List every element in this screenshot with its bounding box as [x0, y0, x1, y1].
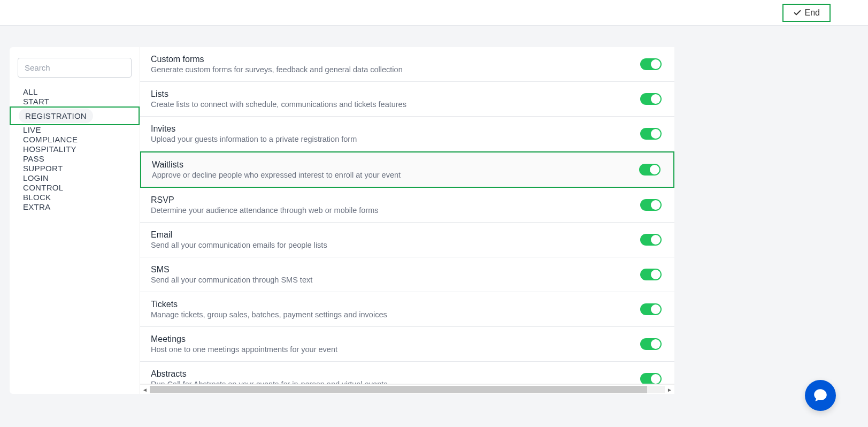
feature-text: MeetingsHost one to one meetings appoint… [151, 334, 640, 354]
feature-title: Custom forms [151, 55, 640, 64]
chat-launcher-button[interactable] [805, 380, 836, 411]
feature-text: EmailSend all your communication emails … [151, 230, 640, 249]
feature-title: Lists [151, 89, 640, 99]
feature-row-invites: InvitesUpload your guests information to… [140, 117, 674, 151]
sidebar-item-start[interactable]: START [18, 97, 132, 106]
sidebar: ALLSTARTREGISTRATIONLIVECOMPLIANCEHOSPIT… [10, 47, 140, 394]
search-input[interactable] [18, 58, 132, 78]
feature-description: Approve or decline people who expressed … [152, 171, 639, 179]
feature-row-meetings: MeetingsHost one to one meetings appoint… [140, 327, 674, 362]
feature-row-custom-forms: Custom formsGenerate custom forms for su… [140, 47, 674, 82]
feature-row-sms: SMSSend all your communication through S… [140, 257, 674, 292]
feature-text: RSVPDetermine your audience attendance t… [151, 195, 640, 215]
feature-row-waitlists: WaitlistsApprove or decline people who e… [140, 151, 674, 188]
feature-toggle[interactable] [639, 164, 660, 176]
feature-description: Host one to one meetings appointments fo… [151, 345, 640, 354]
feature-text: WaitlistsApprove or decline people who e… [152, 160, 639, 179]
feature-row-tickets: TicketsManage tickets, group sales, batc… [140, 292, 674, 327]
feature-toggle[interactable] [640, 373, 662, 384]
feature-description: Generate custom forms for surveys, feedb… [151, 65, 640, 74]
end-button[interactable]: End [782, 4, 831, 22]
feature-toggle[interactable] [640, 199, 662, 211]
feature-toggle[interactable] [640, 93, 662, 105]
feature-description: Create lists to connect with schedule, c… [151, 100, 640, 109]
scroll-left-arrow-icon[interactable]: ◄ [140, 385, 150, 394]
top-bar: End [0, 0, 868, 26]
horizontal-scrollbar[interactable]: ◄ ► [140, 384, 674, 394]
feature-description: Send all your communication emails for p… [151, 241, 640, 249]
feature-title: Meetings [151, 334, 640, 344]
chat-icon [812, 387, 828, 403]
sidebar-item-label: EXTRA [18, 197, 56, 217]
feature-toggle[interactable] [640, 303, 662, 315]
feature-text: InvitesUpload your guests information to… [151, 124, 640, 143]
feature-toggle[interactable] [640, 128, 662, 140]
feature-row-email: EmailSend all your communication emails … [140, 223, 674, 257]
feature-title: SMS [151, 265, 640, 274]
feature-text: ListsCreate lists to connect with schedu… [151, 89, 640, 109]
feature-title: RSVP [151, 195, 640, 205]
feature-description: Send all your communication through SMS … [151, 276, 640, 284]
feature-toggle[interactable] [640, 234, 662, 246]
feature-description: Manage tickets, group sales, batches, pa… [151, 310, 640, 319]
scroll-right-arrow-icon[interactable]: ► [665, 385, 674, 394]
feature-description: Determine your audience attendance throu… [151, 206, 640, 215]
main-container: ALLSTARTREGISTRATIONLIVECOMPLIANCEHOSPIT… [0, 26, 868, 403]
feature-title: Waitlists [152, 160, 639, 170]
feature-description: Run Call for Abstracts on your events fo… [151, 380, 640, 384]
content-panel: Custom formsGenerate custom forms for su… [140, 47, 674, 394]
scroll-thumb[interactable] [150, 386, 647, 393]
feature-title: Tickets [151, 300, 640, 309]
feature-title: Invites [151, 124, 640, 134]
feature-toggle[interactable] [640, 269, 662, 280]
feature-description: Upload your guests information to a priv… [151, 135, 640, 143]
feature-title: Abstracts [151, 369, 640, 379]
feature-row-abstracts: AbstractsRun Call for Abstracts on your … [140, 362, 674, 384]
check-icon [793, 9, 802, 17]
feature-text: Custom formsGenerate custom forms for su… [151, 55, 640, 74]
feature-text: AbstractsRun Call for Abstracts on your … [151, 369, 640, 384]
nav-list: ALLSTARTREGISTRATIONLIVECOMPLIANCEHOSPIT… [18, 87, 132, 212]
feature-row-rsvp: RSVPDetermine your audience attendance t… [140, 188, 674, 223]
sidebar-item-extra[interactable]: EXTRA [18, 202, 132, 212]
feature-list[interactable]: Custom formsGenerate custom forms for su… [140, 47, 674, 384]
feature-toggle[interactable] [640, 338, 662, 350]
feature-row-lists: ListsCreate lists to connect with schedu… [140, 82, 674, 117]
feature-text: TicketsManage tickets, group sales, batc… [151, 300, 640, 319]
feature-text: SMSSend all your communication through S… [151, 265, 640, 284]
feature-toggle[interactable] [640, 58, 662, 70]
end-button-label: End [805, 8, 820, 18]
feature-title: Email [151, 230, 640, 240]
